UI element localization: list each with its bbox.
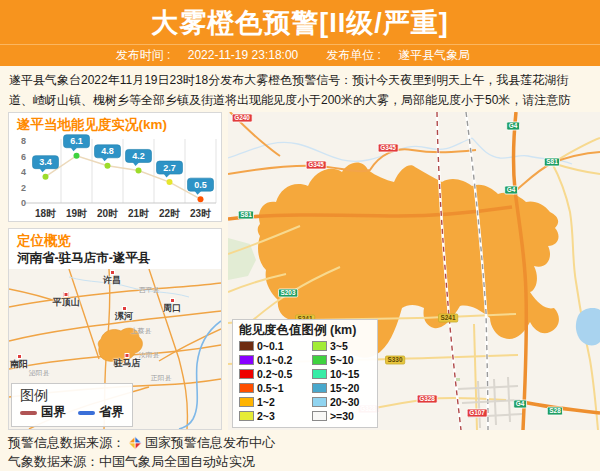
legend-item: 0.2~0.5 (239, 367, 304, 380)
minimap-legend-items: 国界省界 (20, 404, 124, 421)
publish-unit-value: 遂平县气象局 (398, 48, 470, 62)
county-label: 汝南县 (139, 350, 159, 359)
legend-swatch (312, 341, 327, 351)
legend-swatch (239, 355, 254, 365)
svg-text:0.5: 0.5 (194, 180, 207, 190)
legend-item: 15~20 (312, 381, 371, 394)
svg-text:4.2: 4.2 (132, 151, 145, 161)
warning-source-value: 国家预警信息发布中心 (145, 433, 275, 452)
weather-source-value: 中国气象局全国自动站实况 (99, 452, 255, 471)
chart-title: 遂平当地能见度实况(km) (9, 113, 221, 133)
svg-text:6: 6 (21, 152, 26, 162)
weather-source-label: 气象数据来源： (8, 452, 99, 471)
city-marker: 南阳 (10, 354, 28, 369)
county-label: 上蔡县 (131, 326, 151, 335)
warning-text: 遂平县气象台2022年11月19日23时18分发布大雾橙色预警信号：预计今天夜里… (0, 66, 600, 112)
svg-text:4.8: 4.8 (101, 146, 114, 156)
location-minimap[interactable]: 许昌平顶山漯河周口南阳驻马店西平县上蔡县汝南县泌阳县正阳县 图例 国界省界 (9, 269, 221, 429)
road-shield: G4 (506, 122, 519, 131)
road-shield: G345 (378, 144, 398, 153)
legend-item: 3~5 (312, 339, 371, 352)
svg-text:8: 8 (21, 136, 26, 146)
road-shield: S203 (278, 289, 298, 298)
legend-label: 2~3 (257, 410, 275, 422)
legend-swatch (239, 383, 254, 393)
fog-warning-page: 大雾橙色预警[II级/严重] 发布时间 : 2022-11-19 23:18:0… (0, 0, 600, 471)
legend-label: 省界 (99, 404, 124, 421)
legend-swatch (312, 355, 327, 365)
legend-label: 0.1~0.2 (257, 354, 292, 366)
legend-item: 5~10 (312, 353, 371, 366)
nwc-diamond-logo-icon (128, 436, 142, 450)
publish-time-label: 发布时间 : (116, 48, 174, 62)
svg-text:22时: 22时 (159, 208, 180, 219)
publish-info-bar: 发布时间 : 2022-11-19 23:18:00发布单位 : 遂平县气象局 (0, 44, 600, 66)
page-title: 大雾橙色预警[II级/严重] (0, 0, 600, 44)
legend-swatch (312, 369, 327, 379)
legend-swatch (239, 341, 254, 351)
header: 大雾橙色预警[II级/严重] 发布时间 : 2022-11-19 23:18:0… (0, 0, 600, 66)
footer: 预警信息数据来源： 国家预警信息发布中心 气象数据来源： 中国气象局全国自动站实… (0, 430, 600, 471)
main-content: 遂平当地能见度实况(km) 024683.418时6.119时4.820时4.2… (0, 112, 600, 430)
location-panel: 定位概览 河南省-驻马店市-遂平县 (8, 228, 222, 430)
footer-line-2: 气象数据来源： 中国气象局全国自动站实况 (8, 452, 592, 471)
road-shield: S81 (544, 158, 560, 167)
legend-item: 0.5~1 (239, 381, 304, 394)
location-breadcrumb: 河南省-驻马店市-遂平县 (9, 249, 221, 269)
legend-label: 0.5~1 (257, 382, 284, 394)
road-shield: G107 (467, 409, 487, 418)
main-map[interactable]: G240G345G345G328G328G107G4G4G4S81S81S28S… (228, 112, 600, 430)
legend-swatch (239, 411, 254, 421)
warning-source-label: 预警信息数据来源： (8, 433, 125, 452)
svg-text:21时: 21时 (128, 208, 149, 219)
svg-text:6.1: 6.1 (70, 136, 83, 146)
legend-item: 20~30 (312, 395, 371, 408)
svg-text:23时: 23时 (190, 208, 211, 219)
legend-label: 国界 (41, 404, 66, 421)
legend-item: 0.1~0.2 (239, 353, 304, 366)
county-label: 泌阳县 (29, 368, 49, 377)
legend-swatch (20, 411, 37, 415)
city-marker: 周口 (163, 298, 181, 313)
svg-text:3.4: 3.4 (39, 157, 52, 167)
legend-item: 10~15 (312, 367, 371, 380)
minimap-legend: 图例 国界省界 (11, 383, 133, 427)
left-column: 遂平当地能见度实况(km) 024683.418时6.119时4.820时4.2… (8, 112, 222, 430)
city-label: 南阳 (10, 359, 28, 369)
city-marker: 漯河 (115, 306, 133, 321)
city-marker: 许昌 (103, 270, 121, 285)
city-label: 平顶山 (53, 297, 80, 307)
legend-swatch (312, 397, 327, 407)
legend-swatch (312, 383, 327, 393)
svg-text:4: 4 (21, 167, 26, 177)
visibility-chart: 024683.418时6.119时4.820时4.221时2.722时0.523… (9, 133, 221, 221)
small-park (456, 378, 460, 381)
minimap-legend-title: 图例 (20, 387, 124, 404)
legend-swatch (239, 397, 254, 407)
legend-swatch (239, 369, 254, 379)
legend-label: 0.2~0.5 (257, 368, 292, 380)
road-shield: G240 (232, 114, 252, 123)
legend-item: 2~3 (239, 409, 304, 422)
road-shield: S241 (438, 314, 458, 323)
road-shield: S28 (547, 407, 563, 416)
svg-text:2.7: 2.7 (163, 163, 176, 173)
svg-text:18时: 18时 (35, 208, 56, 219)
road-shield: G345 (306, 161, 326, 170)
county-label: 正阳县 (151, 373, 171, 382)
legend-item: >=30 (312, 409, 371, 422)
city-label: 周口 (163, 303, 181, 313)
map-legend-items: 0~0.10.1~0.20.2~0.50.5~11~22~33~55~1010~… (239, 339, 371, 422)
legend-label: 5~10 (330, 354, 354, 366)
legend-item: 省界 (78, 404, 124, 421)
city-label: 漯河 (115, 311, 133, 321)
map-legend: 能见度色值图例 (km) 0~0.10.1~0.20.2~0.50.5~11~2… (232, 319, 378, 428)
legend-item: 国界 (20, 404, 66, 421)
county-label: 西平县 (139, 285, 159, 294)
road-shield: G4 (513, 400, 526, 409)
footer-line-1: 预警信息数据来源： 国家预警信息发布中心 (8, 433, 592, 452)
publish-time-value: 2022-11-19 23:18:00 (188, 48, 299, 62)
legend-swatch (78, 411, 95, 415)
publish-unit-label: 发布单位 : (326, 48, 384, 62)
road-shield: G328 (417, 395, 437, 404)
